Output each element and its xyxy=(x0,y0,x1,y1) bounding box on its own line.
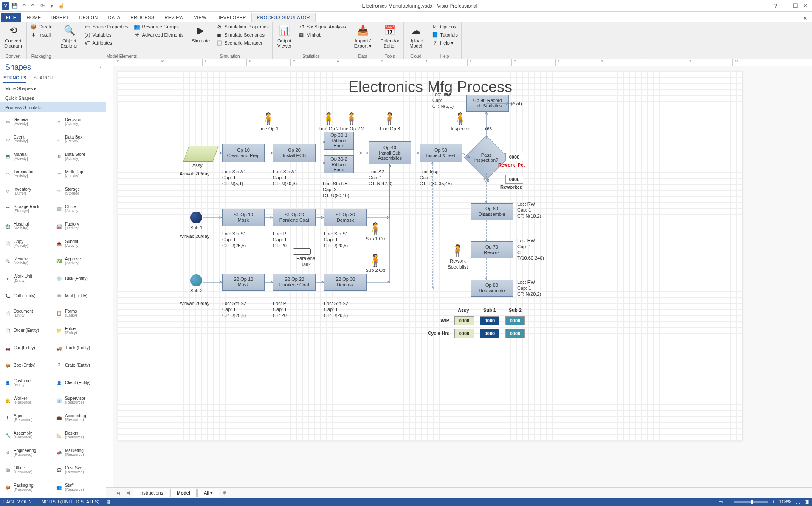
sheet-nav-prev[interactable]: ◀ xyxy=(124,490,132,495)
shape-cust-svc[interactable]: 🎧Cust Svc(Resource) xyxy=(53,461,104,478)
pass-inspection-decision[interactable]: Pass Inspection? xyxy=(464,136,509,180)
language-indicator[interactable]: ENGLISH (UNITED STATES) xyxy=(38,499,99,504)
table-wip-2[interactable]: 0000 xyxy=(505,316,525,325)
shape-event[interactable]: ▭Event[Activity] xyxy=(2,131,53,148)
shape-review[interactable]: 🔍Review(Activity) xyxy=(2,253,53,270)
shape-storage-rack[interactable]: ☷Storage Rack[Storage] xyxy=(2,201,53,218)
shape-properties-button[interactable]: ▭Shape Properties xyxy=(82,23,130,31)
output-viewerbutton[interactable]: 📊OutputViewer xyxy=(274,23,295,49)
shape-assembly[interactable]: 🔧Assembly(Resource) xyxy=(2,427,53,444)
shape-manual[interactable]: ⬒Manual[Activity] xyxy=(2,148,53,165)
object-explorerbutton[interactable]: 🔍ObjectExplorer xyxy=(58,23,81,49)
zoom-level[interactable]: 108% xyxy=(779,499,791,504)
attributes-button[interactable]: 🏷Attributes xyxy=(82,39,130,47)
six-sigma-analysis-button[interactable]: 6σSix Sigma Analysis xyxy=(296,23,348,31)
sub2-shape[interactable] xyxy=(190,274,202,286)
collapse-panel-icon[interactable]: ‹ xyxy=(96,61,106,73)
connector[interactable] xyxy=(118,71,742,441)
connector[interactable] xyxy=(118,71,742,441)
op40[interactable]: Op 40Install SubAssemblies xyxy=(369,141,411,164)
minitab-button[interactable]: ▦Minitab xyxy=(296,31,348,39)
shape-car-entity-[interactable]: 🚗Car (Entity) xyxy=(2,339,53,356)
help--button[interactable]: ?Help ▾ xyxy=(430,39,460,47)
connector[interactable] xyxy=(118,71,742,441)
shape-box-entity-[interactable]: 📦Box (Entity) xyxy=(2,357,53,374)
tab-data[interactable]: DATA xyxy=(103,13,126,22)
shape-crate-entity-[interactable]: 🗄Crate (Entity) xyxy=(53,357,104,374)
sub2-op[interactable]: 🧍 xyxy=(368,253,383,267)
simulation-properties-button[interactable]: ⚙Simulation Properties xyxy=(214,23,271,31)
connector[interactable] xyxy=(118,71,742,441)
shape-forms[interactable]: 📋Forms(Entity) xyxy=(53,305,104,322)
shape-data-store[interactable]: ≋Data Store[Activity] xyxy=(53,148,104,165)
redo-icon[interactable]: ↷ xyxy=(29,2,37,10)
connector[interactable] xyxy=(118,71,742,441)
convert-diagrambutton[interactable]: ⟲ConvertDiagram xyxy=(2,23,25,49)
shape-work-unit[interactable]: ●Work Unit(Entity) xyxy=(2,270,53,287)
shape-engineering[interactable]: ⚙Engineering(Resource) xyxy=(2,444,53,461)
connector[interactable] xyxy=(118,71,742,441)
shape-folder[interactable]: 📁Folder(Entity) xyxy=(53,322,104,339)
connector[interactable] xyxy=(118,71,742,441)
connector[interactable] xyxy=(118,71,742,441)
connector[interactable] xyxy=(118,71,742,441)
options-button[interactable]: ☑Options xyxy=(430,23,460,31)
connector[interactable] xyxy=(118,71,742,441)
s2-op10[interactable]: S2 Op 10Mask xyxy=(222,274,265,291)
stencils-tab[interactable]: STENCILS xyxy=(3,73,26,83)
connector[interactable] xyxy=(118,71,742,441)
op50[interactable]: Op 50Inspect & Test xyxy=(420,144,462,162)
tab-file[interactable]: FILE xyxy=(1,13,21,22)
touch-icon[interactable]: ☝ xyxy=(57,2,65,10)
connector[interactable] xyxy=(118,71,742,441)
resource-groups-button[interactable]: 👥Resource Groups xyxy=(132,23,186,31)
shape-multi-cap[interactable]: ▭Multi-Cap[Activity] xyxy=(53,166,104,183)
scenario-manager-button[interactable]: 📋Scenario Manager xyxy=(214,39,271,47)
connector[interactable] xyxy=(118,71,742,441)
s1-op30[interactable]: S1 Op 30Demask xyxy=(324,209,367,226)
op90[interactable]: Op 90 RecordUnit Statistics xyxy=(466,95,509,112)
connector[interactable] xyxy=(118,71,742,441)
op20[interactable]: Op 20Install PCB xyxy=(273,144,316,162)
connector[interactable] xyxy=(118,71,742,441)
create-button[interactable]: 📦Create xyxy=(28,23,54,31)
tutorials-button[interactable]: 📘Tutorials xyxy=(430,31,460,39)
upload-modelbutton[interactable]: ☁UploadModel xyxy=(406,23,426,49)
shape-accounting[interactable]: 💼Accounting(Resource) xyxy=(53,409,104,426)
s2-op30[interactable]: S2 Op 30Demask xyxy=(324,274,367,291)
current-stencil[interactable]: Process Simulator xyxy=(0,102,106,112)
line-op-2-2[interactable]: 🧍 xyxy=(344,112,359,126)
search-tab[interactable]: SEARCH xyxy=(33,73,53,83)
import-export-button[interactable]: 📥Import /Export ▾ xyxy=(352,23,374,49)
shape-office[interactable]: 🏢Office(Resource) xyxy=(2,461,53,478)
variables-button[interactable]: (x)Variables xyxy=(82,31,130,39)
zoom-slider[interactable] xyxy=(734,501,768,503)
minimize-button[interactable]: — xyxy=(782,3,788,9)
save-icon[interactable]: 💾 xyxy=(10,2,19,10)
connector[interactable] xyxy=(118,71,742,441)
shape-office[interactable]: 🏢Office(Activity) xyxy=(53,201,104,218)
connector[interactable] xyxy=(118,71,742,441)
sub1-shape[interactable] xyxy=(190,212,202,223)
shape-supervisor[interactable]: 👔Supervisor(Resource) xyxy=(53,392,104,409)
refresh-icon[interactable]: ⟳ xyxy=(38,2,47,10)
op30-2[interactable]: Op 30-2RibbonBond xyxy=(324,155,354,173)
s2-op20[interactable]: S2 Op 20Paralene Coat xyxy=(273,274,316,291)
table-cyclehrs-1[interactable]: 0000 xyxy=(480,329,499,338)
tab-process-simulator[interactable]: PROCESS SIMULATOR xyxy=(251,13,316,22)
line-op-3[interactable]: 🧍 xyxy=(382,112,397,126)
shape-terminator[interactable]: ⬭Terminator[Activity] xyxy=(2,166,53,183)
sheet-instructions[interactable]: Instructions xyxy=(133,489,169,497)
line-op-1[interactable]: 🧍 xyxy=(261,112,276,126)
page-indicator[interactable]: PAGE 2 OF 2 xyxy=(3,499,31,504)
op70[interactable]: Op 70Rework xyxy=(471,241,513,258)
install-button[interactable]: ⬇Install xyxy=(28,31,54,39)
shape-mail-entity-[interactable]: ✉Mail (Entity) xyxy=(53,288,104,305)
maximize-button[interactable]: ☐ xyxy=(793,3,798,9)
tab-view[interactable]: VIEW xyxy=(189,13,211,22)
fullscreen-icon[interactable]: ◨ xyxy=(804,499,809,505)
shape-call-entity-[interactable]: 📞Call (Entity) xyxy=(2,288,53,305)
quick-shapes[interactable]: Quick Shapes xyxy=(0,93,106,102)
sheet-model[interactable]: Model xyxy=(170,489,197,497)
tab-home[interactable]: HOME xyxy=(21,13,46,22)
